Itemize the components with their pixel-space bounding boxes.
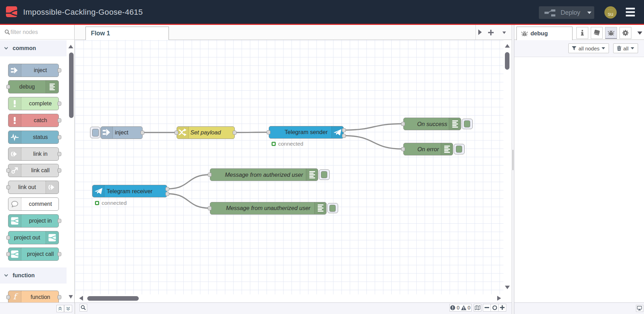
palette-node-link-out[interactable]: link out: [8, 181, 59, 194]
node-port[interactable]: [6, 185, 10, 189]
node-port[interactable]: [342, 134, 346, 138]
sidebar-separator[interactable]: [512, 25, 514, 314]
tab-scroll-right-icon[interactable]: [478, 29, 482, 35]
palette-node-link-in[interactable]: link in: [8, 147, 59, 161]
flow-node-telegram-sender[interactable]: Telegram sender: [269, 126, 344, 139]
flow-node-on-error[interactable]: On error: [403, 143, 453, 155]
palette-node-catch[interactable]: catch: [8, 114, 59, 127]
add-flow-icon[interactable]: [488, 30, 494, 35]
sidebar-tab-debug[interactable]: debug: [516, 27, 573, 40]
node-port[interactable]: [57, 135, 61, 139]
palette-collapse-all-button[interactable]: [56, 305, 64, 312]
canvas-vscrollbar-thumb[interactable]: [505, 52, 509, 70]
sidebar-tab-info-button[interactable]: [576, 27, 588, 39]
palette-node-project-out[interactable]: project out: [8, 231, 59, 244]
palette-scroll-up-icon[interactable]: [68, 45, 73, 48]
palette-search[interactable]: filter nodes: [0, 25, 74, 40]
inject-button[interactable]: [90, 127, 100, 138]
node-port[interactable]: [141, 131, 144, 135]
debug-toggle-button[interactable]: [319, 169, 330, 180]
palette-node-project-call[interactable]: project call: [8, 247, 59, 261]
deploy-caret-icon[interactable]: [587, 12, 591, 14]
debug-clear-button[interactable]: all: [613, 43, 638, 53]
node-port[interactable]: [57, 68, 61, 72]
flow-node-msg-authorized[interactable]: Message from autherized user: [210, 168, 318, 181]
toggle-navigator-button[interactable]: [474, 304, 481, 312]
deploy-button[interactable]: Deploy: [539, 6, 594, 19]
notifications-button[interactable]: 0 0: [450, 304, 472, 312]
node-port[interactable]: [401, 147, 405, 151]
node-port[interactable]: [401, 122, 405, 126]
node-port[interactable]: [57, 219, 61, 223]
sidebar-menu-caret-icon[interactable]: [637, 32, 642, 35]
node-port[interactable]: [233, 131, 237, 135]
user-avatar[interactable]: ··· su: [604, 6, 617, 19]
palette-node-link-call[interactable]: link call: [8, 164, 59, 177]
debug-messages-panel[interactable]: [514, 57, 644, 302]
canvas-scroll-up-icon[interactable]: [505, 44, 510, 48]
wire[interactable]: [344, 136, 403, 149]
flow-node-set-payload[interactable]: Set payload: [177, 126, 235, 139]
canvas-scroll-down-icon[interactable]: [505, 286, 510, 289]
flow-node-inject[interactable]: inject: [101, 126, 143, 139]
node-port[interactable]: [57, 102, 61, 106]
node-port[interactable]: [57, 118, 61, 123]
node-port[interactable]: [6, 236, 10, 240]
palette-node-inject[interactable]: inject: [8, 64, 59, 77]
canvas-scroll-left-icon[interactable]: [79, 296, 83, 301]
palette-node-complete[interactable]: complete: [8, 97, 59, 110]
sidebar-tab-debug-button[interactable]: [605, 27, 617, 39]
node-port[interactable]: [57, 295, 61, 299]
palette-expand-all-button[interactable]: [64, 305, 72, 312]
palette-node-function[interactable]: ffunction: [8, 291, 59, 302]
debug-toggle-button[interactable]: [462, 119, 473, 129]
canvas-scroll-right-icon[interactable]: [497, 296, 501, 301]
wire[interactable]: [167, 175, 210, 189]
sidebar-tab-help-button[interactable]: [591, 27, 603, 39]
node-port[interactable]: [208, 173, 212, 177]
node-port[interactable]: [6, 295, 10, 299]
zoom-reset-button[interactable]: [491, 304, 499, 312]
palette-node-comment[interactable]: comment: [8, 197, 59, 211]
wire[interactable]: [235, 132, 269, 133]
node-port[interactable]: [57, 252, 61, 256]
node-port[interactable]: [57, 168, 61, 173]
node-port[interactable]: [57, 152, 61, 156]
palette-category-function[interactable]: function: [0, 267, 67, 284]
zoom-in-button[interactable]: [498, 304, 506, 312]
tab-list-caret-icon[interactable]: [502, 32, 506, 34]
wire[interactable]: [167, 194, 210, 208]
palette-node-status[interactable]: status: [8, 131, 59, 144]
workspace-tab-flow1[interactable]: Flow 1: [85, 27, 169, 40]
node-port[interactable]: [165, 187, 169, 191]
node-port[interactable]: [6, 252, 10, 256]
palette-scrollbar-thumb[interactable]: [69, 53, 74, 118]
node-port[interactable]: [165, 192, 169, 196]
palette-scroll-down-icon[interactable]: [69, 295, 73, 299]
sidebar-tab-config-button[interactable]: [619, 27, 631, 39]
zoom-out-button[interactable]: [483, 304, 491, 312]
flow-node-on-success[interactable]: On success: [403, 118, 461, 130]
search-flows-button[interactable]: [80, 304, 87, 312]
debug-toggle-button[interactable]: [454, 144, 465, 154]
node-port[interactable]: [6, 85, 10, 89]
node-port[interactable]: [6, 168, 10, 173]
warning-count: 0: [468, 305, 471, 310]
node-port[interactable]: [267, 130, 270, 134]
node-port[interactable]: [174, 131, 178, 135]
wire[interactable]: [344, 124, 403, 130]
flowfuse-logo-icon[interactable]: [6, 6, 17, 18]
flow-node-telegram-receiver[interactable]: Telegram receiver: [92, 185, 167, 197]
node-port[interactable]: [342, 128, 346, 132]
open-in-window-button[interactable]: [636, 305, 643, 312]
palette-node-debug[interactable]: debug: [8, 80, 59, 93]
flow-node-msg-unauthorized[interactable]: Message from unautherized user: [210, 202, 327, 215]
flow-canvas[interactable]: inject Set payload Telegram senderconnec…: [75, 40, 512, 302]
palette-category-common[interactable]: common: [0, 40, 67, 56]
node-port[interactable]: [208, 206, 212, 210]
debug-filter-button[interactable]: all nodes: [568, 43, 609, 53]
palette-node-project-in[interactable]: project in: [8, 214, 59, 228]
canvas-hscrollbar-thumb[interactable]: [87, 296, 139, 301]
main-menu-button[interactable]: [626, 8, 635, 16]
debug-toggle-button[interactable]: [327, 203, 338, 214]
